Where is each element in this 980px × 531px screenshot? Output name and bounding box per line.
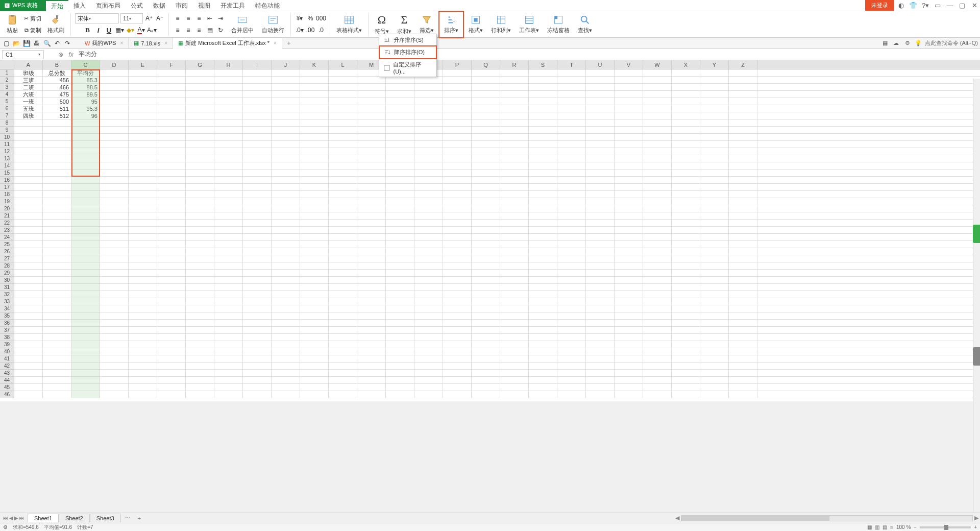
cell-F31[interactable] — [157, 284, 186, 291]
cell-U3[interactable] — [586, 84, 615, 90]
row-header-8[interactable]: 8 — [0, 119, 14, 127]
cell-H1[interactable] — [214, 69, 243, 76]
cell-M19[interactable] — [357, 198, 386, 205]
cell-M3[interactable] — [357, 84, 386, 90]
select-all-corner[interactable] — [0, 60, 14, 69]
cell-O22[interactable] — [414, 220, 443, 226]
cell-D27[interactable] — [100, 255, 129, 262]
cell-E23[interactable] — [129, 227, 157, 233]
cell-U17[interactable] — [586, 184, 615, 190]
cell-X2[interactable] — [672, 77, 700, 83]
cell-Q44[interactable] — [472, 377, 500, 383]
cell-N24[interactable] — [386, 234, 414, 240]
cell-H23[interactable] — [214, 227, 243, 233]
cell-V38[interactable] — [615, 334, 643, 341]
cell-Y32[interactable] — [700, 291, 729, 298]
cell-K18[interactable] — [300, 191, 329, 198]
cell-T11[interactable] — [557, 141, 586, 148]
cell-I8[interactable] — [243, 119, 272, 126]
cell-I43[interactable] — [243, 370, 272, 376]
cell-C46[interactable] — [71, 391, 100, 398]
cell-W2[interactable] — [643, 77, 672, 83]
cell-N7[interactable] — [386, 112, 414, 119]
cell-U35[interactable] — [586, 312, 615, 319]
cell-I26[interactable] — [243, 248, 272, 255]
cell-O16[interactable] — [414, 177, 443, 183]
cell-R25[interactable] — [500, 241, 529, 248]
cell-Q37[interactable] — [472, 327, 500, 333]
cell-I28[interactable] — [243, 262, 272, 269]
cell-X17[interactable] — [672, 184, 700, 190]
cell-I19[interactable] — [243, 198, 272, 205]
cell-C5[interactable]: 95 — [71, 98, 100, 105]
cell-O6[interactable] — [414, 105, 443, 112]
cell-O14[interactable] — [414, 162, 443, 169]
cell-S12[interactable] — [529, 148, 557, 155]
cell-Q17[interactable] — [472, 184, 500, 190]
cell-L20[interactable] — [329, 205, 357, 212]
cell-N45[interactable] — [386, 384, 414, 391]
cell-F28[interactable] — [157, 262, 186, 269]
cell-S25[interactable] — [529, 241, 557, 248]
cell-F4[interactable] — [157, 91, 186, 98]
cell-V30[interactable] — [615, 277, 643, 283]
cell-Y11[interactable] — [700, 141, 729, 148]
cell-Y24[interactable] — [700, 234, 729, 240]
cell-O40[interactable] — [414, 348, 443, 355]
cell-K30[interactable] — [300, 277, 329, 283]
row-header-32[interactable]: 32 — [0, 291, 14, 298]
cell-J25[interactable] — [272, 241, 300, 248]
cell-X15[interactable] — [672, 170, 700, 176]
cell-J46[interactable] — [272, 391, 300, 398]
cell-B23[interactable] — [43, 227, 71, 233]
cell-E20[interactable] — [129, 205, 157, 212]
doc-tab-2[interactable]: ▦新建 Microsoft Excel 工作表.xlsx *× — [173, 38, 282, 49]
cell-S19[interactable] — [529, 198, 557, 205]
cell-P41[interactable] — [443, 355, 472, 362]
cell-F34[interactable] — [157, 305, 186, 312]
cell-C8[interactable] — [71, 119, 100, 126]
cell-T35[interactable] — [557, 312, 586, 319]
cell-D28[interactable] — [100, 262, 129, 269]
cell-A42[interactable] — [14, 363, 43, 369]
cell-N2[interactable] — [386, 77, 414, 83]
cell-R31[interactable] — [500, 284, 529, 291]
cell-G16[interactable] — [186, 177, 214, 183]
cell-P34[interactable] — [443, 305, 472, 312]
cell-I21[interactable] — [243, 212, 272, 219]
cell-F11[interactable] — [157, 141, 186, 148]
row-header-45[interactable]: 45 — [0, 384, 14, 391]
cell-G14[interactable] — [186, 162, 214, 169]
cell-U8[interactable] — [586, 119, 615, 126]
cell-C23[interactable] — [71, 227, 100, 233]
cell-P2[interactable] — [443, 77, 472, 83]
cell-O24[interactable] — [414, 234, 443, 240]
cell-Z39[interactable] — [729, 341, 757, 348]
cell-Y36[interactable] — [700, 320, 729, 326]
cell-R17[interactable] — [500, 184, 529, 190]
cell-D3[interactable] — [100, 84, 129, 90]
cell-F44[interactable] — [157, 377, 186, 383]
cell-M44[interactable] — [357, 377, 386, 383]
cell-B12[interactable] — [43, 148, 71, 155]
cell-H22[interactable] — [214, 220, 243, 226]
skin-icon[interactable]: ◐ — [895, 0, 906, 11]
cell-T16[interactable] — [557, 177, 586, 183]
cell-U29[interactable] — [586, 270, 615, 276]
fontcolor-button[interactable]: A▾ — [137, 26, 146, 35]
cell-U43[interactable] — [586, 370, 615, 376]
cell-F27[interactable] — [157, 255, 186, 262]
cell-S36[interactable] — [529, 320, 557, 326]
cell-U28[interactable] — [586, 262, 615, 269]
cell-K44[interactable] — [300, 377, 329, 383]
cell-D17[interactable] — [100, 184, 129, 190]
cell-B28[interactable] — [43, 262, 71, 269]
bold-button[interactable]: B — [83, 26, 92, 35]
cell-V5[interactable] — [615, 98, 643, 105]
cell-N21[interactable] — [386, 212, 414, 219]
cell-L9[interactable] — [329, 127, 357, 133]
cell-P11[interactable] — [443, 141, 472, 148]
cell-J37[interactable] — [272, 327, 300, 333]
cell-G31[interactable] — [186, 284, 214, 291]
cell-F43[interactable] — [157, 370, 186, 376]
